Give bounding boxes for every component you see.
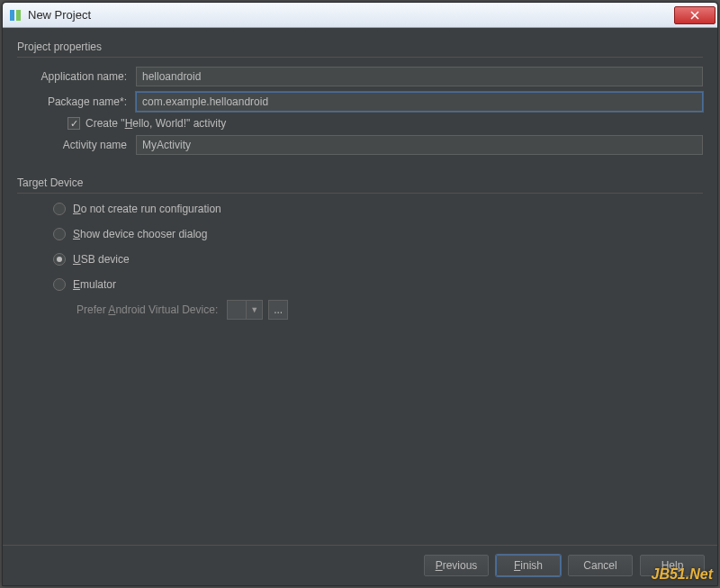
svg-rect-0 — [10, 10, 14, 21]
previous-button[interactable]: Previous — [424, 555, 489, 576]
label-chooser: Show device chooser dialog — [73, 228, 207, 240]
svg-rect-1 — [16, 10, 21, 21]
row-create-hello-world: Create "Hello, World!" activity — [68, 117, 703, 130]
radio-no-config[interactable] — [53, 203, 66, 215]
radio-row-no-config: Do not create run configuration — [53, 203, 703, 215]
chevron-down-icon: ▼ — [246, 301, 262, 319]
radio-emulator[interactable] — [53, 278, 66, 291]
finish-button[interactable]: Finish — [496, 555, 561, 576]
row-package-name: Package name*: — [17, 92, 703, 112]
window-title: New Project — [28, 8, 674, 22]
section-title-target-device: Target Device — [17, 176, 703, 191]
target-device-section: Target Device Do not create run configur… — [17, 176, 703, 320]
label-usb: USB device — [73, 253, 130, 266]
help-button[interactable]: Help — [640, 555, 705, 576]
label-emulator: Emulator — [73, 278, 116, 291]
dialog-footer: Previous Finish Cancel Help — [3, 545, 717, 585]
combo-avd[interactable]: ▼ — [227, 300, 263, 320]
radio-chooser[interactable] — [53, 228, 66, 240]
section-title-project-properties: Project properties — [17, 41, 703, 55]
label-create-hello-world: Create "Hello, World!" activity — [86, 117, 226, 130]
radio-usb[interactable] — [53, 253, 66, 266]
input-application-name[interactable] — [136, 67, 703, 86]
label-activity-name: Activity name — [17, 139, 136, 151]
dialog-window: New Project Project properties Applicati… — [2, 2, 718, 586]
label-prefer-avd: Prefer Android Virtual Device: — [76, 303, 218, 316]
separator — [17, 57, 703, 58]
radio-group-target-device: Do not create run configuration Show dev… — [53, 203, 703, 320]
browse-avd-button[interactable]: ... — [268, 300, 288, 320]
separator — [17, 193, 703, 194]
radio-row-chooser: Show device chooser dialog — [53, 228, 703, 240]
titlebar: New Project — [3, 3, 717, 28]
input-package-name[interactable] — [136, 92, 703, 112]
close-icon — [690, 11, 699, 20]
row-activity-name: Activity name — [17, 135, 703, 155]
dialog-content: Project properties Application name: Pac… — [3, 28, 717, 545]
cancel-button[interactable]: Cancel — [568, 555, 633, 576]
close-button[interactable] — [674, 6, 716, 24]
project-properties-section: Project properties Application name: Pac… — [17, 41, 703, 155]
radio-row-emulator: Emulator — [53, 278, 703, 291]
row-application-name: Application name: — [17, 67, 703, 86]
radio-row-usb: USB device — [53, 253, 703, 266]
label-application-name: Application name: — [17, 70, 136, 83]
checkbox-create-hello-world[interactable] — [68, 117, 80, 130]
input-activity-name[interactable] — [136, 135, 703, 155]
app-icon — [8, 8, 22, 23]
row-prefer-avd: Prefer Android Virtual Device: ▼ ... — [76, 300, 703, 320]
label-no-config: Do not create run configuration — [73, 203, 221, 215]
label-package-name: Package name*: — [17, 95, 136, 108]
